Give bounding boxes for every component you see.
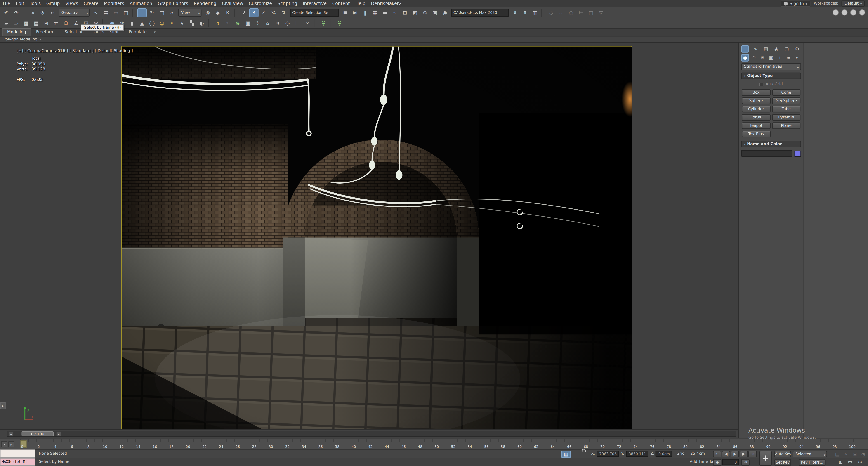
link-tool-icon[interactable]: ∞ [303, 19, 312, 28]
track-bar-next-icon[interactable]: ▸ [8, 441, 14, 447]
menu-item[interactable]: Interactive [300, 0, 329, 7]
light-create-icon[interactable]: ☼ [253, 19, 262, 28]
menu-item[interactable]: Group [43, 0, 63, 7]
snaps-toggle-2d-icon[interactable]: 2 [239, 8, 249, 17]
z-coord-field[interactable]: 0.0cm [655, 451, 672, 457]
omni-light-icon[interactable]: ☀ [167, 19, 177, 28]
lightning-tool-icon[interactable]: ↯ [213, 19, 223, 28]
torus-primitive-icon[interactable]: ◯ [147, 19, 157, 28]
measure-distance-icon[interactable]: ⊢ [576, 8, 586, 17]
select-and-rotate-icon[interactable]: ↻ [147, 8, 157, 17]
menu-item[interactable]: Modifiers [101, 0, 127, 7]
go-to-end-button[interactable]: ⇥ [748, 451, 757, 457]
select-and-scale-icon[interactable]: ◱ [157, 8, 167, 17]
object-type-button[interactable]: Teapot [742, 122, 770, 129]
schematic-view-icon[interactable]: ⊞ [400, 8, 410, 17]
use-pivot-point-icon[interactable]: ◎ [203, 8, 213, 17]
window-minimize-icon[interactable] [833, 10, 838, 15]
grid-helper-icon[interactable]: ⊞ [41, 19, 51, 28]
array-tool-icon[interactable]: ∷ [556, 8, 566, 17]
toggle-ribbon-icon[interactable]: ▬ [380, 8, 390, 17]
select-by-name-icon[interactable]: ▤ [101, 8, 111, 17]
space-warps-category-icon[interactable]: ≈ [784, 54, 792, 62]
menu-item[interactable]: Tools [27, 0, 43, 7]
curve-editor-icon[interactable]: ∿ [391, 8, 400, 17]
teapot-primitive-icon[interactable]: ◒ [157, 19, 167, 28]
target-tool-icon[interactable]: ◎ [283, 19, 292, 28]
menu-item[interactable]: Graph Editors [155, 0, 191, 7]
viewport[interactable]: [+] [ CoronaCamera016 ] [ Standard ] [ D… [0, 43, 739, 429]
magnet-snap-icon[interactable]: Ω [61, 19, 71, 28]
menu-item[interactable]: Edit [13, 0, 27, 7]
notifications-icon[interactable]: ▤ [833, 451, 842, 458]
info-center-icon[interactable] [860, 10, 865, 15]
menu-item[interactable]: Animation [127, 0, 155, 7]
select-and-move-icon[interactable]: + [137, 8, 147, 17]
selected-set-dropdown[interactable]: Selected [793, 451, 827, 457]
align-icon[interactable]: ∥ [360, 8, 370, 17]
rendered-frame-window-icon[interactable]: ▣ [430, 8, 440, 17]
workspaces-dropdown[interactable]: Default ▾ [842, 0, 865, 6]
menu-item[interactable]: File [0, 0, 13, 7]
apply-check-icon[interactable]: ≫ [319, 19, 328, 28]
select-and-manipulate-icon[interactable]: ◆ [213, 8, 223, 17]
window-crossing-icon[interactable]: ◫ [121, 8, 131, 17]
key-mode-toggle-icon[interactable]: ◈ [713, 459, 721, 465]
object-type-button[interactable]: Plane [772, 122, 800, 129]
geometry-category-icon[interactable]: ● [741, 54, 749, 62]
track-bar-prev-icon[interactable]: ◂ [1, 441, 7, 447]
safe-frame-icon[interactable]: ▭ [845, 459, 855, 466]
render-setup-icon[interactable]: ⚙ [420, 8, 430, 17]
previous-frame-arrow[interactable]: ◂ [8, 431, 14, 436]
percent-snap-icon[interactable]: % [269, 8, 278, 17]
object-type-button[interactable]: TextPlus [742, 131, 770, 137]
next-frame-arrow[interactable]: ▸ [56, 431, 61, 436]
viewport-layout-tab[interactable]: ▸ [0, 402, 5, 409]
rectangular-selection-icon[interactable]: ▭ [111, 8, 121, 17]
ribbon-config-icon[interactable]: ▾ [152, 28, 158, 36]
swap-tool-icon[interactable]: ⇄ [52, 19, 61, 28]
systems-category-icon[interactable]: ⌂ [793, 54, 801, 62]
edit-named-selections-icon[interactable]: ≣ [340, 8, 350, 17]
checker-map-icon[interactable]: ▚ [187, 19, 197, 28]
bind-to-space-warp-icon[interactable]: ≋ [48, 8, 57, 17]
helpers-category-icon[interactable]: + [776, 54, 784, 62]
time-slider-track[interactable]: ◂ 0 / 100 ▸ [6, 431, 736, 437]
track-bar[interactable]: ◂ ▸ 024681012141618202224262830323436384… [0, 438, 868, 449]
menu-item[interactable]: Rendering [191, 0, 219, 7]
transform-toolbox-icon[interactable]: ◇ [546, 8, 556, 17]
object-type-button[interactable]: Box [742, 89, 770, 96]
time-slider-handle[interactable]: 0 / 100 [22, 431, 54, 436]
layers-status-icon[interactable]: ⊞ [850, 451, 860, 458]
maxscript-mini-listener[interactable]: MAXScript Mi [0, 458, 35, 466]
object-type-button[interactable]: Cylinder [742, 106, 770, 113]
camera-create-icon[interactable]: ▣ [243, 19, 252, 28]
mirror-icon[interactable]: ⋈ [350, 8, 360, 17]
previous-frame-button[interactable]: ◀ [722, 451, 730, 457]
undo-icon[interactable]: ↶ [2, 8, 11, 17]
angle-snap-icon[interactable]: ∠ [259, 8, 269, 17]
polygon-draw-icon[interactable]: ▰ [2, 19, 11, 28]
primitive-category-dropdown[interactable]: Standard Primitives [741, 63, 801, 70]
cylinder-primitive-icon[interactable]: ▮ [127, 19, 137, 28]
keyboard-shortcut-override-icon[interactable]: K [223, 8, 232, 17]
motion-tab-icon[interactable]: ◉ [772, 45, 780, 53]
polygon-modeling-panel-bar[interactable]: Polygon Modeling ▾ [0, 37, 868, 43]
sphere-map-icon[interactable]: ◐ [197, 19, 207, 28]
unlink-selection-icon[interactable]: ⊘ [38, 8, 47, 17]
menu-item[interactable]: Help [352, 0, 368, 7]
hierarchy-tab-icon[interactable]: ▤ [762, 45, 770, 53]
space-warp-icon[interactable]: ≋ [273, 19, 282, 28]
reference-coordinate-dropdown[interactable]: View [178, 8, 202, 16]
menu-item[interactable]: Customize [246, 0, 275, 7]
menu-item[interactable]: Scripting [275, 0, 300, 7]
ribbon-tab[interactable]: Freeform [31, 28, 59, 36]
selection-lock-icon[interactable] [581, 451, 588, 458]
wave-modifier-icon[interactable]: ≈ [223, 19, 232, 28]
object-type-button[interactable]: Cone [772, 89, 800, 96]
lights-category-icon[interactable]: ☀ [758, 54, 766, 62]
set-key-button[interactable]: Set Key [774, 459, 791, 465]
box-primitive-icon[interactable]: ▦ [22, 19, 31, 28]
object-type-button[interactable]: Tube [772, 106, 800, 113]
communicate-icon[interactable]: ☼ [841, 451, 851, 458]
